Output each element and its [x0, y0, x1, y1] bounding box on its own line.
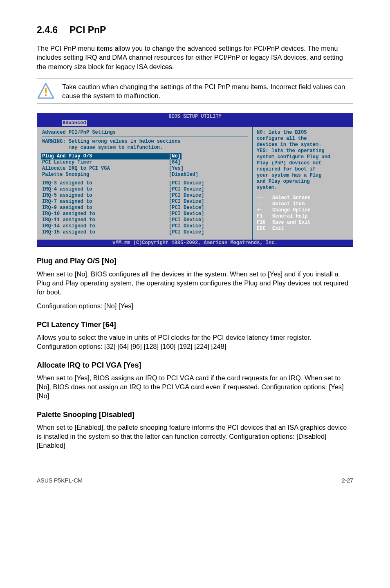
bios-row: IRQ-5 assigned to [PCI Device] [42, 193, 248, 199]
bios-setting-value: [No] [168, 153, 182, 159]
bios-footer: vMM.mm (C)Copyright 1985-2002, American … [37, 240, 353, 247]
bios-key-desc: Save and Exit [272, 220, 311, 225]
bios-key-row: F10Save and Exit [257, 220, 349, 226]
bios-help-line: YES: lets the operating [257, 148, 349, 154]
bios-row: Allocate IRQ to PCI VGA [Yes] [42, 166, 248, 172]
caution-text: Take caution when changing the settings … [62, 82, 353, 101]
bios-setting-label: IRQ-7 assigned to [42, 199, 169, 205]
bios-setting-value: [64] [169, 159, 181, 166]
bios-setting-value: [PCI Device] [169, 199, 204, 205]
bios-row: IRQ-10 assigned to [PCI Device] [42, 211, 248, 217]
bios-left-panel: Advanced PCI/PnP Settings WARNING: Setti… [37, 127, 253, 240]
bios-setting-label: IRQ-9 assigned to [42, 205, 169, 211]
bios-title: BIOS SETUP UTILITY [37, 113, 353, 120]
bios-setting-label: PCI Latency Timer [42, 159, 169, 166]
bios-help-line: and Play operating [257, 179, 349, 185]
bios-key-row: ←→Select Screen [257, 195, 349, 201]
bios-warning-line1: WARNING: Setting wrong values in below s… [42, 139, 248, 145]
bios-row: IRQ-15 assigned to [PCI Device] [42, 229, 248, 236]
bios-warning-line2: may cause system to malfunction. [42, 145, 248, 151]
svg-point-2 [45, 94, 47, 97]
bios-setting-value: [Yes] [169, 166, 184, 172]
bios-key-desc: General Help [272, 213, 307, 219]
bios-row: PCI Latency Timer [64] [42, 159, 248, 166]
section-number: 2.4.6 [37, 24, 69, 36]
bios-setting-label: IRQ-15 assigned to [42, 229, 169, 236]
bios-help-line: your system has a Plug [257, 173, 349, 179]
bios-setting-value: [PCI Device] [169, 180, 204, 186]
caution-icon [37, 82, 55, 100]
bios-right-panel: NO: lets the BIOS configure all the devi… [253, 127, 353, 240]
paragraph: Configuration options: [No] [Yes] [37, 301, 353, 310]
bios-key: ↑↓ [257, 201, 272, 207]
footer-left: ASUS P5KPL-CM [37, 477, 83, 485]
svg-rect-1 [45, 88, 47, 93]
paragraph: Allows you to select the value in units … [37, 333, 353, 351]
bios-key-desc: Exit [272, 226, 284, 231]
bios-key-desc: Select Item [272, 201, 305, 207]
bios-setting-value: [PCI Device] [169, 229, 204, 236]
bios-key: ←→ [257, 195, 272, 201]
bios-row: Palette Snooping [Disabled] [42, 172, 248, 178]
bios-help-line: system. [257, 185, 349, 191]
bios-panel-title: Advanced PCI/PnP Settings [42, 130, 248, 136]
bios-tabs: Advanced [37, 120, 353, 127]
section-title: PCI PnP [69, 25, 106, 35]
subheading: PCI Latency Timer [64] [37, 320, 353, 330]
bios-setting-label: Allocate IRQ to PCI VGA [42, 166, 169, 172]
bios-setting-value: [PCI Device] [169, 217, 204, 223]
bios-setting-value: [PCI Device] [169, 205, 204, 211]
bios-row: IRQ-9 assigned to [PCI Device] [42, 205, 248, 211]
bios-key: F10 [257, 220, 272, 226]
bios-key: ESC [257, 226, 272, 232]
bios-help-line: required for boot if [257, 166, 349, 173]
bios-key-desc: Select Screen [272, 195, 311, 201]
bios-key: +- [257, 207, 272, 213]
bios-setting-label: IRQ-11 assigned to [42, 217, 169, 223]
bios-key-row: +-Change Option [257, 207, 349, 213]
bios-help-line: Play (PnP) devices not [257, 160, 349, 166]
caution-box: Take caution when changing the settings … [37, 79, 353, 104]
paragraph: When set to [Enabled], the pallete snoop… [37, 423, 353, 450]
intro-paragraph: The PCI PnP menu items allow you to chan… [37, 44, 353, 71]
bios-row: IRQ-3 assigned to [PCI Device] [42, 180, 248, 186]
bios-setting-value: [PCI Device] [169, 193, 204, 199]
bios-setting-value: [PCI Device] [169, 211, 204, 217]
bios-row: IRQ-14 assigned to [PCI Device] [42, 223, 248, 229]
bios-row: IRQ-11 assigned to [PCI Device] [42, 217, 248, 223]
bios-divider [42, 137, 248, 137]
bios-row: IRQ-4 assigned to [PCI Device] [42, 186, 248, 193]
bios-setting-value: [Disabled] [169, 172, 198, 178]
bios-key: F1 [257, 213, 272, 220]
bios-key-row: F1General Help [257, 213, 349, 220]
paragraph: When set to [No], BIOS configures all th… [37, 269, 353, 297]
bios-tab-advanced: Advanced [62, 120, 87, 126]
bios-setting-label: IRQ-10 assigned to [42, 211, 169, 217]
bios-row: Plug And Play O/S [No] [42, 153, 248, 159]
bios-help-line: system configure Plug and [257, 154, 349, 160]
bios-setting-label: IRQ-5 assigned to [42, 193, 169, 199]
bios-key-row: ↑↓Select Item [257, 201, 349, 207]
bios-row: IRQ-7 assigned to [PCI Device] [42, 199, 248, 205]
section-heading: 2.4.6PCI PnP [37, 24, 353, 36]
paragraph: When set to [Yes], BIOS assigns an IRQ t… [37, 373, 353, 401]
bios-setting-value: [PCI Device] [169, 186, 204, 193]
bios-help-line: devices in the system. [257, 142, 349, 148]
subheading: Palette Snooping [Disabled] [37, 410, 353, 420]
bios-setting-label: IRQ-4 assigned to [42, 186, 169, 193]
subheading: Allocate IRQ to PCI VGA [Yes] [37, 360, 353, 370]
bios-setting-value: [PCI Device] [169, 223, 204, 229]
subheading: Plug and Play O/S [No] [37, 256, 353, 266]
bios-setting-label: Palette Snooping [42, 172, 169, 178]
bios-key-row: ESCExit [257, 226, 349, 232]
page-footer: ASUS P5KPL-CM 2-27 [37, 475, 353, 485]
bios-setting-label: Plug And Play O/S [41, 153, 170, 159]
bios-help-line: NO: lets the BIOS [257, 130, 349, 136]
bios-help-line: configure all the [257, 136, 349, 142]
footer-right: 2-27 [342, 477, 353, 485]
bios-setting-label: IRQ-14 assigned to [42, 223, 169, 229]
bios-screenshot: BIOS SETUP UTILITY Advanced Advanced PCI… [37, 113, 353, 247]
bios-key-desc: Change Option [272, 207, 311, 213]
bios-setting-label: IRQ-3 assigned to [42, 180, 169, 186]
